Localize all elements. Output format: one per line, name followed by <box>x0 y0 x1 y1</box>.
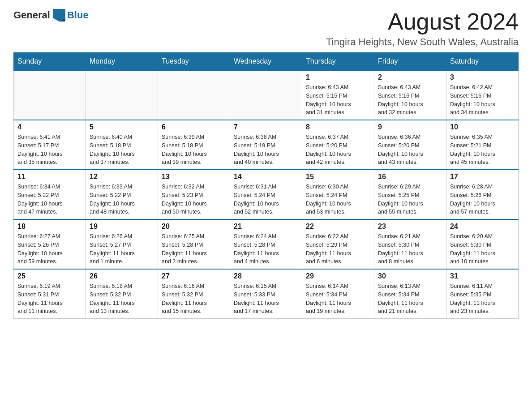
calendar-cell <box>230 70 302 120</box>
day-number: 19 <box>90 223 154 231</box>
day-info: Sunrise: 6:16 AM Sunset: 5:32 PM Dayligh… <box>162 282 226 316</box>
calendar-cell <box>158 70 230 120</box>
day-info: Sunrise: 6:43 AM Sunset: 5:16 PM Dayligh… <box>378 83 442 117</box>
calendar-cell <box>14 70 86 120</box>
day-info: Sunrise: 6:28 AM Sunset: 5:26 PM Dayligh… <box>450 183 515 216</box>
calendar-cell: 24Sunrise: 6:20 AM Sunset: 5:30 PM Dayli… <box>446 219 519 269</box>
calendar-cell: 25Sunrise: 6:19 AM Sunset: 5:31 PM Dayli… <box>14 269 86 319</box>
calendar-cell: 26Sunrise: 6:18 AM Sunset: 5:32 PM Dayli… <box>86 269 158 319</box>
day-number: 21 <box>234 223 298 231</box>
day-number: 3 <box>450 73 515 81</box>
week-row-5: 25Sunrise: 6:19 AM Sunset: 5:31 PM Dayli… <box>14 269 519 319</box>
calendar-cell: 11Sunrise: 6:34 AM Sunset: 5:22 PM Dayli… <box>14 170 86 219</box>
calendar-cell: 15Sunrise: 6:30 AM Sunset: 5:24 PM Dayli… <box>302 170 374 219</box>
day-number: 5 <box>90 123 154 131</box>
day-number: 9 <box>378 123 442 131</box>
day-number: 11 <box>17 173 82 181</box>
calendar-cell: 4Sunrise: 6:41 AM Sunset: 5:17 PM Daylig… <box>14 120 86 170</box>
weekday-header-wednesday: Wednesday <box>230 53 302 71</box>
day-info: Sunrise: 6:21 AM Sunset: 5:30 PM Dayligh… <box>378 232 442 266</box>
day-info: Sunrise: 6:13 AM Sunset: 5:34 PM Dayligh… <box>378 282 442 316</box>
month-title: August 2024 <box>326 9 519 34</box>
calendar-cell: 12Sunrise: 6:33 AM Sunset: 5:22 PM Dayli… <box>86 170 158 219</box>
calendar-cell: 3Sunrise: 6:42 AM Sunset: 5:16 PM Daylig… <box>446 70 519 120</box>
calendar-body: 1Sunrise: 6:43 AM Sunset: 5:15 PM Daylig… <box>14 70 519 319</box>
calendar-cell <box>86 70 158 120</box>
weekday-header-thursday: Thursday <box>302 53 374 71</box>
day-number: 13 <box>162 173 226 181</box>
calendar-cell: 14Sunrise: 6:31 AM Sunset: 5:24 PM Dayli… <box>230 170 302 219</box>
day-number: 26 <box>90 272 154 280</box>
calendar-cell: 28Sunrise: 6:15 AM Sunset: 5:33 PM Dayli… <box>230 269 302 319</box>
week-row-4: 18Sunrise: 6:27 AM Sunset: 5:26 PM Dayli… <box>14 219 519 269</box>
week-row-1: 1Sunrise: 6:43 AM Sunset: 5:15 PM Daylig… <box>14 70 519 120</box>
calendar-cell: 18Sunrise: 6:27 AM Sunset: 5:26 PM Dayli… <box>14 219 86 269</box>
calendar-cell: 19Sunrise: 6:26 AM Sunset: 5:27 PM Dayli… <box>86 219 158 269</box>
calendar-table: SundayMondayTuesdayWednesdayThursdayFrid… <box>13 52 519 319</box>
day-info: Sunrise: 6:19 AM Sunset: 5:31 PM Dayligh… <box>17 282 82 316</box>
calendar-cell: 31Sunrise: 6:11 AM Sunset: 5:35 PM Dayli… <box>446 269 519 319</box>
calendar-header: SundayMondayTuesdayWednesdayThursdayFrid… <box>14 53 519 71</box>
day-number: 16 <box>378 173 442 181</box>
calendar-cell: 29Sunrise: 6:14 AM Sunset: 5:34 PM Dayli… <box>302 269 374 319</box>
day-info: Sunrise: 6:40 AM Sunset: 5:18 PM Dayligh… <box>90 133 154 167</box>
day-info: Sunrise: 6:11 AM Sunset: 5:35 PM Dayligh… <box>450 282 515 316</box>
day-number: 20 <box>162 223 226 231</box>
day-number: 14 <box>234 173 298 181</box>
day-info: Sunrise: 6:43 AM Sunset: 5:15 PM Dayligh… <box>306 83 370 117</box>
calendar-cell: 6Sunrise: 6:39 AM Sunset: 5:18 PM Daylig… <box>158 120 230 170</box>
day-number: 17 <box>450 173 515 181</box>
day-info: Sunrise: 6:39 AM Sunset: 5:18 PM Dayligh… <box>162 133 226 167</box>
day-info: Sunrise: 6:35 AM Sunset: 5:21 PM Dayligh… <box>450 133 515 167</box>
day-info: Sunrise: 6:27 AM Sunset: 5:26 PM Dayligh… <box>17 232 82 266</box>
day-number: 6 <box>162 123 226 131</box>
day-info: Sunrise: 6:25 AM Sunset: 5:28 PM Dayligh… <box>162 232 226 266</box>
day-info: Sunrise: 6:36 AM Sunset: 5:20 PM Dayligh… <box>378 133 442 167</box>
calendar-cell: 5Sunrise: 6:40 AM Sunset: 5:18 PM Daylig… <box>86 120 158 170</box>
location-subtitle: Tingira Heights, New South Wales, Austra… <box>326 36 519 48</box>
day-number: 24 <box>450 223 515 231</box>
day-info: Sunrise: 6:20 AM Sunset: 5:30 PM Dayligh… <box>450 232 515 266</box>
weekday-header-friday: Friday <box>374 53 446 71</box>
day-info: Sunrise: 6:31 AM Sunset: 5:24 PM Dayligh… <box>234 183 298 216</box>
logo: General Blue <box>13 9 89 21</box>
day-number: 25 <box>17 272 82 280</box>
day-number: 29 <box>306 272 370 280</box>
day-number: 12 <box>90 173 154 181</box>
week-row-2: 4Sunrise: 6:41 AM Sunset: 5:17 PM Daylig… <box>14 120 519 170</box>
logo-blue-text: Blue <box>67 9 89 21</box>
day-info: Sunrise: 6:22 AM Sunset: 5:29 PM Dayligh… <box>306 232 370 266</box>
calendar-cell: 27Sunrise: 6:16 AM Sunset: 5:32 PM Dayli… <box>158 269 230 319</box>
day-info: Sunrise: 6:18 AM Sunset: 5:32 PM Dayligh… <box>90 282 154 316</box>
calendar-cell: 23Sunrise: 6:21 AM Sunset: 5:30 PM Dayli… <box>374 219 446 269</box>
day-info: Sunrise: 6:38 AM Sunset: 5:19 PM Dayligh… <box>234 133 298 167</box>
calendar-cell: 30Sunrise: 6:13 AM Sunset: 5:34 PM Dayli… <box>374 269 446 319</box>
day-info: Sunrise: 6:37 AM Sunset: 5:20 PM Dayligh… <box>306 133 370 167</box>
day-info: Sunrise: 6:41 AM Sunset: 5:17 PM Dayligh… <box>17 133 82 167</box>
day-number: 30 <box>378 272 442 280</box>
day-info: Sunrise: 6:14 AM Sunset: 5:34 PM Dayligh… <box>306 282 370 316</box>
day-info: Sunrise: 6:33 AM Sunset: 5:22 PM Dayligh… <box>90 183 154 216</box>
calendar-cell: 1Sunrise: 6:43 AM Sunset: 5:15 PM Daylig… <box>302 70 374 120</box>
weekday-header-saturday: Saturday <box>446 53 519 71</box>
weekday-header-row: SundayMondayTuesdayWednesdayThursdayFrid… <box>14 53 519 71</box>
calendar-cell: 20Sunrise: 6:25 AM Sunset: 5:28 PM Dayli… <box>158 219 230 269</box>
logo-icon <box>53 9 65 21</box>
calendar-cell: 17Sunrise: 6:28 AM Sunset: 5:26 PM Dayli… <box>446 170 519 219</box>
day-number: 2 <box>378 73 442 81</box>
calendar-cell: 13Sunrise: 6:32 AM Sunset: 5:23 PM Dayli… <box>158 170 230 219</box>
day-number: 15 <box>306 173 370 181</box>
day-info: Sunrise: 6:29 AM Sunset: 5:25 PM Dayligh… <box>378 183 442 216</box>
calendar-cell: 7Sunrise: 6:38 AM Sunset: 5:19 PM Daylig… <box>230 120 302 170</box>
calendar-cell: 9Sunrise: 6:36 AM Sunset: 5:20 PM Daylig… <box>374 120 446 170</box>
day-number: 23 <box>378 223 442 231</box>
day-info: Sunrise: 6:34 AM Sunset: 5:22 PM Dayligh… <box>17 183 82 216</box>
title-area: August 2024 Tingira Heights, New South W… <box>326 9 519 48</box>
day-number: 7 <box>234 123 298 131</box>
day-info: Sunrise: 6:42 AM Sunset: 5:16 PM Dayligh… <box>450 83 515 117</box>
calendar-cell: 16Sunrise: 6:29 AM Sunset: 5:25 PM Dayli… <box>374 170 446 219</box>
calendar-cell: 8Sunrise: 6:37 AM Sunset: 5:20 PM Daylig… <box>302 120 374 170</box>
day-info: Sunrise: 6:24 AM Sunset: 5:28 PM Dayligh… <box>234 232 298 266</box>
weekday-header-sunday: Sunday <box>14 53 86 71</box>
day-info: Sunrise: 6:26 AM Sunset: 5:27 PM Dayligh… <box>90 232 154 266</box>
